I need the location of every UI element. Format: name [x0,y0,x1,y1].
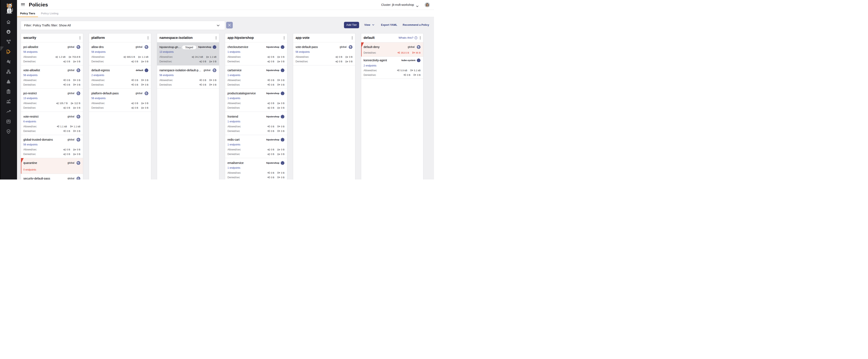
svg-text:?: ? [415,37,416,39]
